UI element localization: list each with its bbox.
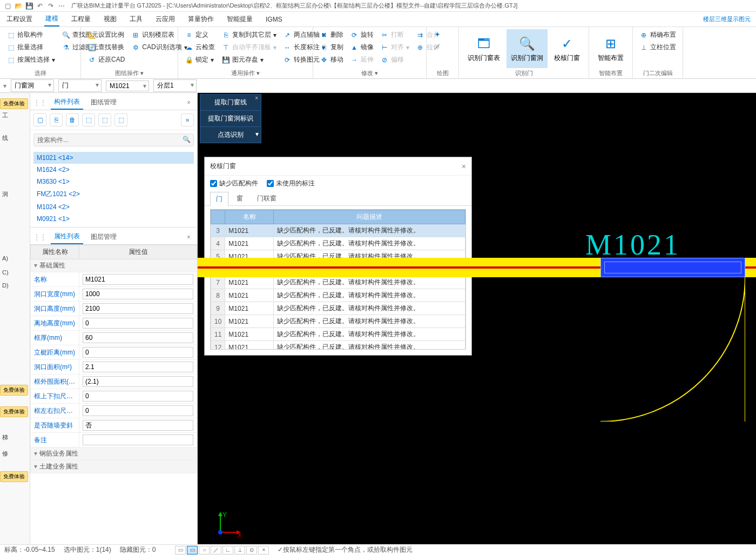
copy-other-floor-button[interactable]: ⎘复制到其它层 ▾ [219,29,279,41]
copy-button[interactable]: ⎘复制 [318,42,346,53]
column-position-button[interactable]: ⊥立柱位置 [637,42,678,53]
lock-button[interactable]: 🔒锁定 ▾ [183,54,217,65]
menu-item[interactable]: 建模 [44,12,59,26]
snap-button[interactable]: ⊥ [234,546,245,554]
nav-label[interactable]: 线 [2,134,8,142]
property-value-input[interactable] [83,318,193,329]
tab-properties[interactable]: 属性列表 [51,230,83,244]
layer-up-button[interactable]: ⬚ [82,113,95,126]
find-replace-button[interactable]: 🔄查找替换 [85,42,127,53]
grip-icon[interactable]: ⋮⋮ [33,233,46,241]
property-group[interactable]: ▾钢筋业务属性 [31,447,197,460]
property-value-input[interactable] [83,405,193,416]
define-button[interactable]: ≡定义 [183,29,217,41]
property-value-input[interactable] [83,434,193,445]
menu-item[interactable]: IGMS [265,14,284,25]
open-icon[interactable]: 📂 [13,1,24,11]
list-item[interactable]: M1021 <14> [33,152,194,164]
move-button[interactable]: ✥移动 [318,54,346,65]
expand-button[interactable]: » [181,113,194,126]
canvas[interactable]: × 提取门窗线 提取门窗洞标识 点选识别▾ 校核门窗 × 缺少匹配构件 未使用的… [198,93,756,544]
close-icon[interactable]: × [184,99,194,106]
search-input[interactable] [33,133,194,146]
snap-button[interactable]: ▭ [175,546,186,554]
table-row[interactable]: 12M1021缺少匹配构件，已反建。请核对构件属性并修改。 [211,341,465,350]
nav-label[interactable]: D) [2,282,9,289]
nav-label[interactable]: C) [2,269,9,276]
snap-button[interactable]: ○ [199,546,210,554]
save-element-button[interactable]: 💾图元存盘 ▾ [219,54,279,65]
recog-door-window-opening-button[interactable]: 🔍识别门窗洞 [507,29,548,68]
close-icon[interactable]: × [462,162,466,171]
type-select[interactable]: 门 [58,79,102,92]
property-value-input[interactable] [83,274,193,285]
menu-item[interactable]: 智能提量 [226,12,254,26]
nav-label[interactable]: 修 [2,450,8,458]
property-value-input[interactable] [83,420,193,431]
pick-component-button[interactable]: ⬚拾取构件 [4,29,57,41]
property-value-input[interactable] [83,376,193,387]
tab-layer-mgmt[interactable]: 图层管理 [87,230,120,244]
free-trial-tag[interactable]: 免费体验 [0,98,28,109]
extract-door-label-button[interactable]: 提取门窗洞标识 [200,111,261,127]
component-select[interactable]: M1021 [106,81,149,91]
click-recog-button[interactable]: 点选识别▾ [200,127,261,143]
free-trial-tag[interactable]: 免费体验 [0,406,28,417]
tab-drawing-mgmt[interactable]: 图纸管理 [87,96,120,109]
door-element[interactable] [600,258,745,277]
property-value-input[interactable] [83,332,193,343]
close-icon[interactable]: × [184,233,194,241]
new-component-button[interactable]: ▢ [33,113,46,126]
restore-cad-button[interactable]: ↺还原CAD [85,54,127,65]
menu-right-link[interactable]: 楼层三维显示图元 [703,15,751,23]
cloud-check-button[interactable]: ☁云检查 [183,42,217,53]
layer-down-button[interactable]: ⬚ [98,113,111,126]
undo-icon[interactable]: ↶ [35,1,45,11]
free-trial-tag[interactable]: 免费体验 [0,385,28,396]
property-value-input[interactable] [83,391,193,402]
menu-item[interactable]: 工程设置 [5,12,33,26]
table-row[interactable]: 7M1021缺少匹配构件，已反建。请核对构件属性并修改。 [211,276,465,289]
dialog-tab-combined[interactable]: 门联窗 [251,191,282,205]
nav-label[interactable]: A) [2,255,8,262]
search-icon[interactable]: 🔍 [183,136,191,143]
nav-label[interactable]: 梯 [2,433,8,442]
new-icon[interactable]: ▢ [2,1,13,11]
free-trial-tag[interactable]: 免费体验 [0,471,28,482]
table-row[interactable]: 3M1021缺少匹配构件，已反建。请核对构件属性并修改。 [211,224,465,237]
grip-icon[interactable]: ⋮⋮ [33,99,46,106]
snap-button[interactable]: × [258,546,269,554]
extract-door-line-button[interactable]: 提取门窗线 [200,95,261,111]
rotate-button[interactable]: ⟳旋转 [348,29,376,41]
chk-missing-match[interactable]: 缺少匹配构件 [210,179,258,188]
property-value-input[interactable] [83,289,193,299]
set-scale-button[interactable]: 📐设置比例 [85,29,127,41]
property-group[interactable]: ▾基础属性 [31,259,197,272]
table-row[interactable]: 11M1021缺少匹配构件，已反建。请核对构件属性并修改。 [211,328,465,341]
more-button[interactable]: ⬚ [114,113,127,126]
list-item[interactable]: FM乙1021 <2> [33,188,194,201]
list-item[interactable]: M0921 <1> [33,213,194,225]
copy-component-button[interactable]: ⎘ [50,113,63,126]
snap-button[interactable]: ∟ [222,546,233,554]
snap-button[interactable]: ⊙ [246,546,257,554]
list-item[interactable]: M1024 <2> [33,201,194,213]
menu-item[interactable]: 工具 [129,12,144,26]
verify-door-window-button[interactable]: ✓校核门窗 [550,29,584,68]
delete-component-button[interactable]: 🗑 [66,113,79,126]
table-row[interactable]: 4M1021缺少匹配构件，已反建。请核对构件属性并修改。 [211,237,465,250]
batch-select-button[interactable]: ⬚批量选择 [4,42,57,53]
snap-button[interactable]: ／ [211,546,221,554]
select-by-prop-button[interactable]: ⬚按属性选择 ▾ [4,54,57,65]
category-select[interactable]: 门窗洞 [11,79,54,92]
menu-item[interactable]: 视图 [103,12,118,26]
property-value-input[interactable] [83,303,193,314]
point-button[interactable]: ✦ [431,29,444,40]
chk-unused-label[interactable]: 未使用的标注 [267,179,315,188]
precise-layout-button[interactable]: ⊕精确布置 [637,29,678,41]
dialog-tab-door[interactable]: 门 [210,192,228,206]
save-icon[interactable]: 💾 [24,1,35,11]
property-value-input[interactable] [83,347,193,358]
snap-button[interactable]: ▭ [187,546,198,554]
recog-door-window-table-button[interactable]: 🗔识别门窗表 [463,29,504,68]
